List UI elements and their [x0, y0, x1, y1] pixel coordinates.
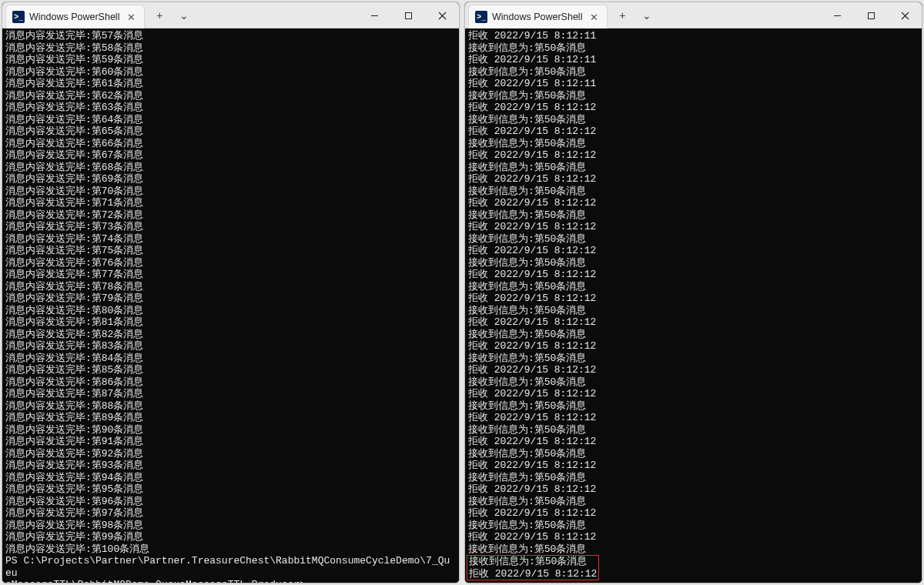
tab-powershell[interactable]: >_ Windows PowerShell ✕ [468, 5, 608, 28]
log-line: 拒收 2022/9/15 8:12:12 [468, 269, 919, 281]
tab-title: Windows PowerShell [492, 12, 582, 22]
log-line: 拒收 2022/9/15 8:12:12 [468, 149, 919, 162]
powershell-icon: >_ [475, 11, 487, 23]
titlebar-drag-area[interactable] [196, 2, 357, 28]
log-line: 接收到信息为:第50条消息 [468, 114, 919, 126]
log-line: 接收到信息为:第50条消息 [468, 448, 919, 460]
log-line: 接收到信息为:第50条消息 [468, 424, 919, 436]
minimize-button[interactable] [820, 2, 854, 28]
svg-rect-1 [405, 12, 411, 18]
log-line: 消息内容发送完毕:第89条消息 [5, 412, 456, 424]
log-line: 消息内容发送完毕:第91条消息 [5, 436, 456, 448]
maximize-button[interactable] [391, 2, 425, 28]
log-line: 消息内容发送完毕:第86条消息 [5, 376, 456, 389]
log-line: 消息内容发送完毕:第92条消息 [5, 448, 456, 460]
log-line: 接收到信息为:第50条消息 [469, 556, 597, 568]
tab-title: Windows PowerShell [29, 12, 119, 22]
log-line: 消息内容发送完毕:第59条消息 [5, 54, 456, 66]
log-line: 拒收 2022/9/15 8:12:12 [468, 531, 919, 543]
log-line: 接收到信息为:第50条消息 [468, 329, 919, 341]
log-line: 消息内容发送完毕:第88条消息 [5, 400, 456, 413]
terminal-output-right[interactable]: 拒收 2022/9/15 8:12:11接收到信息为:第50条消息拒收 2022… [465, 28, 922, 583]
log-line: 消息内容发送完毕:第83条消息 [5, 340, 456, 353]
log-line: 拒收 2022/9/15 8:12:12 [468, 197, 919, 209]
log-line: 接收到信息为:第50条消息 [468, 376, 919, 389]
log-line: 拒收 2022/9/15 8:12:12 [468, 483, 919, 496]
minimize-button[interactable] [357, 2, 391, 28]
log-line: 拒收 2022/9/15 8:12:12 [468, 388, 919, 400]
terminal-window-left: >_ Windows PowerShell ✕ + ⌄ 消息 [2, 2, 460, 583]
log-line: 拒收 2022/9/15 8:12:12 [468, 316, 919, 329]
log-line: 消息内容发送完毕:第71条消息 [5, 197, 456, 209]
titlebar[interactable]: >_ Windows PowerShell ✕ + ⌄ [2, 2, 459, 28]
log-line: 接收到信息为:第50条消息 [468, 138, 919, 150]
log-line: 消息内容发送完毕:第98条消息 [5, 520, 456, 532]
log-line: 消息内容发送完毕:第94条消息 [5, 472, 456, 484]
log-line: 消息内容发送完毕:第69条消息 [5, 173, 456, 186]
log-line: 消息内容发送完毕:第97条消息 [5, 507, 456, 520]
close-window-button[interactable] [888, 2, 922, 28]
log-line: 拒收 2022/9/15 8:12:12 [468, 364, 919, 376]
log-line: 接收到信息为:第50条消息 [468, 281, 919, 293]
log-line: 接收到信息为:第50条消息 [468, 496, 919, 508]
log-line: 拒收 2022/9/15 8:12:12 [468, 340, 919, 353]
log-line: 消息内容发送完毕:第90条消息 [5, 424, 456, 436]
terminal-output-left[interactable]: 消息内容发送完毕:第57条消息消息内容发送完毕:第58条消息消息内容发送完毕:第… [2, 28, 459, 583]
prompt-line: eMessageTTL\RabbitMQDemo.QueueMessageTTL… [5, 579, 456, 583]
log-line: 消息内容发送完毕:第85条消息 [5, 364, 456, 376]
log-line: 消息内容发送完毕:第76条消息 [5, 257, 456, 269]
terminal-window-right: >_ Windows PowerShell ✕ + ⌄ 拒收 [464, 2, 922, 583]
log-line: 拒收 2022/9/15 8:12:11 [468, 54, 919, 66]
log-line: 接收到信息为:第50条消息 [468, 66, 919, 79]
maximize-button[interactable] [854, 2, 888, 28]
log-line: 接收到信息为:第50条消息 [468, 42, 919, 55]
log-line: 接收到信息为:第50条消息 [468, 520, 919, 532]
log-line: 接收到信息为:第50条消息 [468, 305, 919, 317]
log-line: 接收到信息为:第50条消息 [468, 400, 919, 413]
new-tab-button[interactable]: + [148, 5, 171, 26]
log-line: 拒收 2022/9/15 8:12:12 [468, 292, 919, 305]
tab-dropdown-button[interactable]: ⌄ [635, 5, 658, 26]
log-line: 接收到信息为:第50条消息 [468, 233, 919, 246]
log-line: 消息内容发送完毕:第63条消息 [5, 102, 456, 114]
log-line: 拒收 2022/9/15 8:12:11 [468, 78, 919, 90]
log-line: 拒收 2022/9/15 8:12:11 [468, 30, 919, 42]
log-line: 拒收 2022/9/15 8:12:12 [468, 412, 919, 424]
log-line: 拒收 2022/9/15 8:12:12 [468, 173, 919, 186]
log-line: 消息内容发送完毕:第72条消息 [5, 209, 456, 222]
tab-powershell[interactable]: >_ Windows PowerShell ✕ [5, 5, 145, 28]
log-line: 拒收 2022/9/15 8:12:12 [468, 125, 919, 138]
svg-rect-5 [868, 12, 874, 18]
tab-dropdown-button[interactable]: ⌄ [172, 5, 196, 26]
log-line: 消息内容发送完毕:第57条消息 [5, 30, 456, 42]
new-tab-button[interactable]: + [611, 5, 634, 26]
log-line: 消息内容发送完毕:第93条消息 [5, 460, 456, 472]
close-window-button[interactable] [425, 2, 459, 28]
log-line: 消息内容发送完毕:第80条消息 [5, 305, 456, 317]
tab-close-button[interactable]: ✕ [124, 10, 138, 24]
log-line: 消息内容发送完毕:第65条消息 [5, 125, 456, 138]
log-line: 拒收 2022/9/15 8:12:12 [468, 436, 919, 448]
prompt-line: PS C:\Projects\Partner\Partner.TreasureC… [5, 555, 456, 579]
log-line: 消息内容发送完毕:第62条消息 [5, 90, 456, 102]
log-line: 消息内容发送完毕:第87条消息 [5, 388, 456, 400]
log-line: 消息内容发送完毕:第74条消息 [5, 233, 456, 246]
log-line: 拒收 2022/9/15 8:12:12 [468, 221, 919, 233]
log-line: 接收到信息为:第50条消息 [468, 543, 919, 556]
log-line: 消息内容发送完毕:第60条消息 [5, 66, 456, 79]
log-line: 消息内容发送完毕:第58条消息 [5, 42, 456, 55]
log-line: 消息内容发送完毕:第70条消息 [5, 186, 456, 198]
log-line: 消息内容发送完毕:第67条消息 [5, 149, 456, 162]
log-line: 消息内容发送完毕:第68条消息 [5, 162, 456, 174]
log-line: 消息内容发送完毕:第73条消息 [5, 221, 456, 233]
titlebar[interactable]: >_ Windows PowerShell ✕ + ⌄ [465, 2, 922, 28]
highlight-box: 接收到信息为:第50条消息拒收 2022/9/15 8:12:12 [467, 555, 599, 580]
log-line: 消息内容发送完毕:第96条消息 [5, 496, 456, 508]
tab-close-button[interactable]: ✕ [587, 10, 601, 24]
log-line: 消息内容发送完毕:第77条消息 [5, 269, 456, 281]
log-line: 拒收 2022/9/15 8:12:12 [468, 102, 919, 114]
titlebar-drag-area[interactable] [658, 2, 820, 28]
log-line: 拒收 2022/9/15 8:12:12 [468, 507, 919, 520]
log-line: 接收到信息为:第50条消息 [468, 186, 919, 198]
log-line: 拒收 2022/9/15 8:12:12 [468, 245, 919, 257]
